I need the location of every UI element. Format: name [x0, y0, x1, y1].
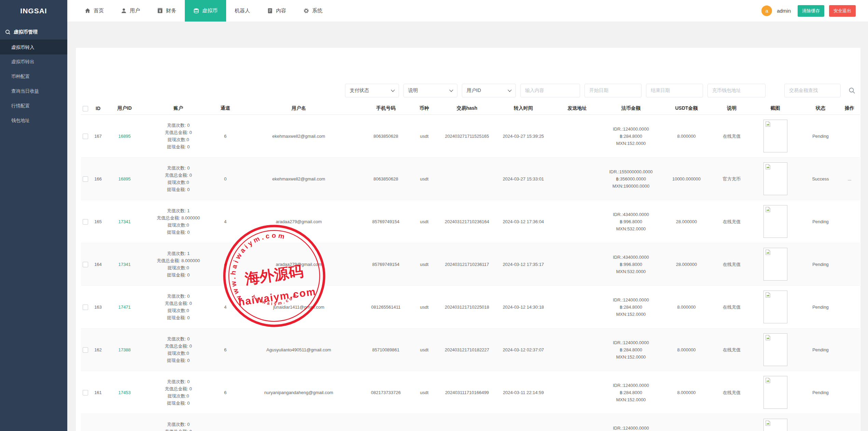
sidebar-item[interactable]: 查询当日收益: [0, 84, 67, 98]
cell-account: 充值次数: 0 充值总金额: 0 提现次数:0 提现金额: 0: [142, 115, 214, 158]
select-all-checkbox[interactable]: [83, 106, 88, 111]
cell-coin: usdt: [411, 243, 438, 286]
filter-bar: 支付状态 说明 用户ID 输入内容 开始日期 结束日期 充币钱包地址 交易金额查…: [76, 48, 860, 102]
column-header: 状态: [802, 102, 839, 115]
cell-hash: 202403121710225018: [438, 286, 496, 328]
cell-usdt-amount: 8.000000: [658, 371, 715, 414]
cell-fiat-amount: IDR.:124000.0000 ฿:284.8000 MXN:152.0000: [604, 286, 658, 328]
broken-image-icon: [765, 335, 771, 341]
cell-username: aradaa279@gmail.com: [236, 200, 361, 243]
screenshot-thumb[interactable]: [763, 419, 787, 431]
chevron-down-icon: [449, 88, 453, 92]
row-checkbox[interactable]: [83, 134, 88, 139]
column-header: ID: [89, 102, 107, 115]
logout-button[interactable]: 安全退出: [829, 5, 856, 17]
cell-coin: usdt: [411, 414, 438, 431]
nav-item[interactable]: 机器人: [226, 0, 259, 22]
cell-usdt-amount: 28.000000: [658, 243, 715, 286]
cell-coin: usdt: [411, 286, 438, 328]
cell-op[interactable]: [839, 328, 860, 371]
cell-coin: usdt: [411, 200, 438, 243]
cell-hash: 202403121710236164: [438, 200, 496, 243]
cell-username: aradaa279@gmail.com: [236, 243, 361, 286]
cell-user-id-link[interactable]: 16895: [107, 115, 142, 158]
cell-op[interactable]: [839, 243, 860, 286]
screenshot-thumb[interactable]: [763, 376, 787, 409]
cell-account: 充值次数: 0 充值总金额: 0 提现次数:0 提现金额: 0: [142, 158, 214, 200]
cell-time: 2024-03-27 15:33:01: [496, 158, 551, 200]
screenshot-thumb[interactable]: [763, 248, 787, 281]
cell-hash: 202403271711525165: [438, 115, 496, 158]
row-checkbox[interactable]: [83, 176, 88, 182]
user-id-select[interactable]: 用户ID: [462, 84, 516, 97]
cell-op[interactable]: [839, 286, 860, 328]
cell-channel: 6: [214, 328, 236, 371]
row-checkbox[interactable]: [83, 262, 88, 267]
cell-time: 2024-03-12 02:37:07: [496, 328, 551, 371]
cell-status: Pending: [802, 200, 839, 243]
cell-user-id-link[interactable]: 17471: [107, 286, 142, 328]
screenshot-thumb[interactable]: [763, 291, 787, 323]
sidebar-item[interactable]: 行情配置: [0, 98, 67, 113]
cell-user-id-link[interactable]: 17453: [107, 414, 142, 431]
sidebar-item[interactable]: 币种配置: [0, 69, 67, 84]
content-input[interactable]: 输入内容: [520, 84, 580, 97]
column-header: 发送地址: [551, 102, 604, 115]
screenshot-thumb[interactable]: [763, 205, 787, 238]
cell-fiat-amount: IDR.:124000.0000 ฿:284.8000 MXN:152.0000: [604, 371, 658, 414]
user-icon: [121, 8, 127, 14]
cell-hash: [438, 158, 496, 200]
avatar[interactable]: a: [761, 5, 772, 16]
cell-usdt-amount: 8.000000: [658, 328, 715, 371]
cell-channel: 6: [214, 115, 236, 158]
cell-fiat-amount: IDR.:124000.0000 ฿:284.8000 MXN:152.0000: [604, 115, 658, 158]
screenshot-thumb[interactable]: [763, 120, 787, 152]
nav-item[interactable]: 用户: [112, 0, 149, 22]
sidebar-item[interactable]: 钱包地址: [0, 113, 67, 128]
cell-fiat-amount: IDR.:434000.0000 ฿:996.8000 MXN:532.0000: [604, 243, 658, 286]
pay-status-select[interactable]: 支付状态: [345, 84, 399, 97]
nav-item[interactable]: 内容: [259, 0, 295, 22]
row-checkbox[interactable]: [83, 305, 88, 310]
cell-time: 2024-03-12 14:30:18: [496, 286, 551, 328]
cell-desc: 在线充值: [715, 414, 749, 431]
desc-select[interactable]: 说明: [403, 84, 457, 97]
amount-search-input[interactable]: 交易金额查找: [784, 84, 841, 97]
cell-send-address: [551, 286, 604, 328]
cell-op[interactable]: [839, 414, 860, 431]
nav-item[interactable]: ¥ 财务: [149, 0, 185, 22]
column-header: 交易hash: [438, 102, 496, 115]
cell-desc: 在线充值: [715, 286, 749, 328]
row-checkbox[interactable]: [83, 347, 88, 353]
wallet-address-input[interactable]: 充币钱包地址: [707, 84, 766, 97]
cell-user-id-link[interactable]: 17388: [107, 328, 142, 371]
cell-phone: 082173733726: [361, 371, 411, 414]
screenshot-thumb[interactable]: [763, 333, 787, 366]
start-date-input[interactable]: 开始日期: [584, 84, 642, 97]
row-checkbox[interactable]: [83, 219, 88, 225]
cell-op[interactable]: [839, 200, 860, 243]
cell-user-id-link[interactable]: 16895: [107, 158, 142, 200]
cell-status: Pending: [802, 286, 839, 328]
cell-op[interactable]: [839, 371, 860, 414]
cell-op[interactable]: [839, 115, 860, 158]
nav-item[interactable]: 虚拟币: [185, 0, 226, 22]
cell-user-id-link[interactable]: 17453: [107, 371, 142, 414]
cell-coin: usdt: [411, 371, 438, 414]
row-checkbox[interactable]: [83, 390, 88, 395]
cell-op[interactable]: ...: [839, 158, 860, 200]
cell-username: ekehmaxwell2@gmail.com: [236, 158, 361, 200]
screenshot-thumb[interactable]: [763, 162, 787, 195]
nav-item[interactable]: 首页: [76, 0, 112, 22]
cell-user-id-link[interactable]: 17341: [107, 243, 142, 286]
cell-user-id-link[interactable]: 17341: [107, 200, 142, 243]
table-row: 165 17341 充值次数: 1 充值总金额: 8.000000 提现次数:0…: [81, 200, 860, 243]
nav-item[interactable]: 系统: [295, 0, 331, 22]
search-icon[interactable]: [849, 87, 855, 94]
sidebar-item[interactable]: 虚拟币转入: [0, 40, 67, 54]
end-date-input[interactable]: 结束日期: [646, 84, 703, 97]
cell-account: 充值次数: 1 充值总金额: 8.000000 提现次数:0 提现金额: 0: [142, 200, 214, 243]
clear-cache-button[interactable]: 清除缓存: [798, 5, 824, 17]
broken-image-icon: [765, 121, 771, 127]
sidebar-item[interactable]: 虚拟币转出: [0, 54, 67, 69]
